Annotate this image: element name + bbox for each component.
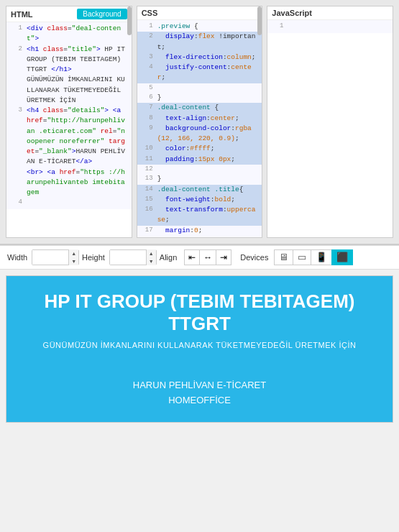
code-line: 1 <div class="deal-content"> [6, 24, 132, 45]
code-line: 13 } [137, 174, 262, 184]
code-line: 11 padding:15px 0px; [137, 155, 262, 165]
code-line: 3 flex-direction:column; [137, 52, 262, 63]
controls-bar: Width ▲ ▼ Height ▲ ▼ Align ⇤ ↔ ⇥ Devices… [0, 245, 399, 270]
html-editor: HTML Background 1 <div class="deal-conte… [6, 6, 132, 238]
code-line: 9 background-color:rgba(12, 166, 220, 0.… [137, 124, 262, 145]
editors-panel: HTML Background 1 <div class="deal-conte… [0, 0, 399, 245]
code-line: 2 <h1 class="title"> HP IT GROUP (TEBIM … [6, 45, 132, 75]
height-down-button[interactable]: ▼ [147, 257, 156, 265]
js-editor-content[interactable]: 1 [267, 20, 393, 33]
preview-title: HP IT GROUP (TEBIM TEBITAGEM) TTGRT [21, 290, 378, 335]
align-label: Align [160, 253, 177, 262]
device-wide-button[interactable]: ⬛ [331, 249, 353, 265]
code-line: <br> <a href="https ://harunpehlivanteb … [6, 168, 132, 198]
code-line: 4 justify-content:center; [137, 63, 262, 83]
code-line: 12 [137, 165, 262, 175]
code-line: 4 [6, 198, 132, 208]
align-group: ⇤ ↔ ⇥ [184, 249, 231, 265]
css-editor-title: CSS [142, 9, 158, 17]
code-line: 6 } [137, 93, 262, 103]
height-input[interactable] [110, 250, 146, 265]
code-line: 10 color:#ffff; [137, 144, 262, 154]
background-button[interactable]: Background [77, 9, 127, 19]
device-mobile-button[interactable]: 📱 [311, 249, 331, 265]
code-line: 3 <h4 class="details"> <a href="http://h… [6, 106, 132, 168]
height-input-wrap: ▲ ▼ [109, 249, 157, 265]
align-center-button[interactable]: ↔ [199, 249, 216, 265]
css-editor: CSS 1 .preview { 2 display:flex !importa… [137, 6, 263, 238]
css-editor-content[interactable]: 1 .preview { 2 display:flex !important; … [137, 20, 262, 237]
code-line: 2 display:flex !important; [137, 32, 262, 52]
align-left-button[interactable]: ⇤ [184, 249, 199, 265]
align-right-button[interactable]: ⇥ [216, 249, 231, 265]
code-line: 1 [267, 22, 393, 32]
preview-links: HARUN PEHLİVAN E-TİCARET HOMEOFFİCE [133, 378, 266, 408]
code-line: 14 .deal-content .title{ [137, 185, 262, 195]
height-spinner: ▲ ▼ [146, 249, 156, 265]
preview-link1[interactable]: HARUN PEHLİVAN E-TİCARET [133, 378, 266, 393]
devices-label: Devices [240, 253, 268, 262]
device-tablet-button[interactable]: ▭ [293, 249, 311, 265]
width-up-button[interactable]: ▲ [69, 249, 78, 257]
code-line: 8 text-align:center; [137, 114, 262, 124]
preview-link2[interactable]: HOMEOFFİCE [133, 393, 266, 408]
preview-subtitle: GÜNÜMÜZÜN İMKANLARINI KULLANARAK TÜKETME… [43, 341, 357, 349]
code-line: GÜNÜMÜZÜN İMKANLARINI KULLANARAK TÜKETME… [6, 75, 132, 106]
html-editor-content[interactable]: 1 <div class="deal-content"> 2 <h1 class… [6, 22, 132, 209]
js-editor: JavaScript 1 [267, 6, 393, 238]
preview-panel: HP IT GROUP (TEBIM TEBITAGEM) TTGRT GÜNÜ… [6, 275, 393, 423]
js-editor-title: JavaScript [272, 9, 312, 17]
height-label: Height [82, 253, 105, 262]
width-down-button[interactable]: ▼ [69, 257, 78, 265]
width-spinner: ▲ ▼ [68, 249, 78, 265]
device-desktop-button[interactable]: 🖥 [274, 249, 293, 265]
js-editor-header: JavaScript [267, 6, 393, 20]
code-line: 1 .preview { [137, 22, 262, 32]
code-line: 15 font-weight:bold; [137, 195, 262, 205]
code-line: 7 .deal-content { [137, 103, 262, 113]
code-line: 5 [137, 83, 262, 93]
width-input[interactable] [32, 250, 68, 265]
code-line: 17 margin:0; [137, 226, 262, 236]
css-scrollbar[interactable] [257, 6, 262, 35]
html-editor-title: HTML [11, 10, 33, 19]
scrollbar[interactable] [127, 6, 132, 35]
width-label: Width [7, 253, 27, 262]
html-editor-header: HTML Background [6, 6, 132, 22]
device-group: 🖥 ▭ 📱 ⬛ [274, 249, 353, 265]
css-editor-header: CSS [137, 6, 262, 20]
code-line: 16 text-transform:uppercase; [137, 205, 262, 226]
height-up-button[interactable]: ▲ [147, 249, 156, 257]
width-input-wrap: ▲ ▼ [32, 249, 79, 265]
